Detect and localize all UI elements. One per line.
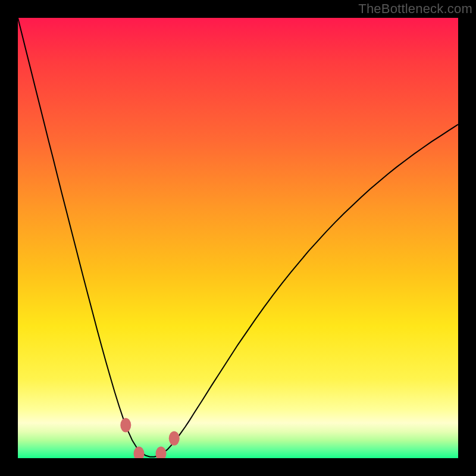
curve-marker bbox=[120, 418, 131, 433]
marker-group bbox=[120, 418, 179, 459]
curve-marker bbox=[169, 431, 180, 446]
bottleneck-curve-svg bbox=[18, 18, 458, 458]
bottleneck-curve bbox=[18, 18, 458, 457]
watermark-text: TheBottleneck.com bbox=[358, 1, 472, 17]
chart-frame: TheBottleneck.com bbox=[0, 0, 476, 476]
plot-area bbox=[18, 18, 458, 458]
curve-marker bbox=[134, 447, 145, 458]
curve-marker bbox=[156, 447, 167, 458]
